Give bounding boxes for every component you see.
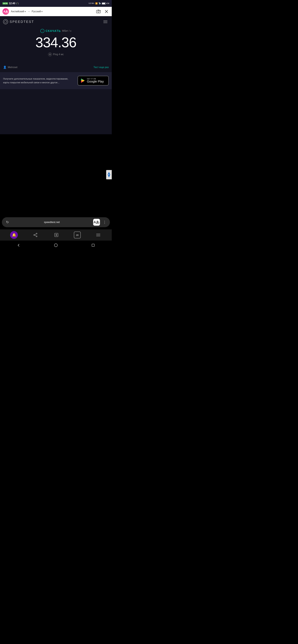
camera-translate-button[interactable]: A [96, 9, 101, 14]
new-tab-button[interactable] [53, 232, 60, 238]
browser-menu-button[interactable] [95, 232, 102, 238]
speedtest-logo: SPEEDTEST [3, 19, 34, 24]
recents-square-icon [92, 244, 95, 247]
google-play-text-wrapper: GET IT ON Google Play [87, 78, 104, 83]
speedtest-logo-text: SPEEDTEST [10, 20, 34, 24]
menu-line-3 [96, 236, 100, 236]
svg-rect-2 [98, 10, 99, 10]
speedtest-header: SPEEDTEST [0, 16, 112, 24]
server-retry-row: 👤 Metroset Тест еще раз [0, 64, 112, 72]
menu-button[interactable] [102, 19, 109, 24]
download-text: СКАЧАТЬ [46, 29, 61, 33]
svg-line-18 [35, 234, 36, 235]
svg-point-8 [50, 54, 50, 55]
menu-line-2 [96, 235, 100, 235]
ping-section: Ping 4 мс [48, 52, 64, 56]
browser-more-button[interactable]: ⋮ [102, 220, 107, 225]
speed-result-section: ↓ СКАЧАТЬ Мбит / с 334.36 Ping 4 мс [0, 24, 112, 64]
translate-avatar: Aあ [2, 8, 9, 15]
ad-area: ▶ [0, 134, 112, 215]
source-language-selector[interactable]: Английский ▾ [11, 10, 26, 13]
hamburger-line-1 [103, 20, 107, 21]
home-button[interactable]: 🔔 [10, 231, 18, 239]
lang-arrow: → [27, 10, 30, 13]
download-icon: ↓ [40, 29, 44, 33]
speedtest-logo-icon [3, 19, 8, 24]
tabs-count: 28 [76, 234, 79, 236]
ping-value: Ping 4 мс [53, 53, 64, 56]
svg-text:▶: ▶ [109, 174, 110, 175]
tabs-button[interactable]: 28 [74, 232, 81, 238]
share-button[interactable] [32, 232, 39, 238]
browser-content: SPEEDTEST ↓ СКАЧАТЬ Мбит / с 334.36 Ping… [0, 16, 112, 134]
svg-point-1 [98, 11, 99, 12]
browser-url-display[interactable]: speedtest.net [12, 221, 91, 224]
wifi-icon: 📶 [95, 2, 98, 4]
translation-bar: Aあ Английский ▾ → Русский ▾ A [0, 7, 112, 16]
ad-badge: ▶ [106, 170, 112, 179]
browser-bottom-bar: ↻ speedtest.net Aあ ⋮ [2, 217, 110, 227]
hamburger-line-2 [103, 22, 107, 22]
download-unit: Мбит / с [62, 30, 71, 32]
battery-indicator: 94 [102, 2, 109, 4]
source-lang-label: Английский [11, 10, 24, 13]
status-bar: VoLTE 12:40 📳 6,8 M/s 📶 📡 94 [0, 0, 112, 7]
svg-point-17 [36, 236, 37, 237]
browser-translate-button[interactable]: Aあ [93, 219, 100, 226]
vibrate-icon: 📳 [16, 2, 19, 5]
new-tab-icon [54, 233, 58, 237]
promo-text: Получите дополнительные показатели, виде… [3, 77, 74, 84]
speed-value: 334.36 [35, 36, 76, 50]
system-recents-button[interactable] [90, 242, 97, 249]
translate-icons: A [96, 9, 109, 14]
get-it-on-label: GET IT ON [87, 78, 104, 80]
ping-icon [48, 52, 52, 56]
menu-line-1 [96, 234, 100, 234]
server-info: 👤 Metroset [3, 66, 17, 69]
target-language-selector[interactable]: Русский ▾ [32, 10, 42, 13]
server-icon: 👤 [3, 66, 6, 69]
translation-langs: Английский ▾ → Русский ▾ [11, 10, 94, 13]
system-nav [0, 240, 112, 250]
system-back-button[interactable] [15, 242, 22, 249]
svg-point-15 [36, 233, 37, 234]
target-lang-chevron: ▾ [41, 10, 42, 13]
system-home-button[interactable] [52, 242, 59, 249]
svg-point-16 [34, 234, 35, 236]
svg-line-19 [35, 235, 36, 236]
google-play-button[interactable]: GET IT ON Google Play [78, 76, 109, 86]
server-name: Metroset [8, 66, 17, 69]
svg-text:A: A [100, 10, 100, 12]
download-label: ↓ СКАЧАТЬ Мбит / с [40, 29, 71, 33]
retry-test-button[interactable]: Тест еще раз [93, 66, 109, 69]
signal-icon: 📡 [99, 2, 101, 4]
share-icon [33, 233, 37, 237]
more-icon: ⋮ [103, 220, 107, 224]
home-circle-icon [54, 244, 58, 247]
refresh-icon: ↻ [6, 220, 9, 224]
source-lang-chevron: ▾ [25, 10, 26, 13]
google-play-label: Google Play [87, 80, 104, 83]
nav-row: 🔔 28 [0, 230, 112, 240]
translate-icon: Aあ [94, 220, 100, 224]
speed-indicator: 6,8 M/s [89, 2, 94, 4]
target-lang-label: Русский [32, 10, 41, 13]
status-time: 12:40 [9, 2, 15, 5]
browser-refresh-button[interactable]: ↻ [4, 219, 10, 225]
promo-section: Получите дополнительные показатели, виде… [0, 72, 112, 89]
close-translation-button[interactable] [104, 9, 109, 14]
home-icon: 🔔 [12, 233, 16, 237]
volte-badge: VoLTE [2, 2, 8, 4]
back-icon [17, 243, 20, 247]
hamburger-line-3 [103, 23, 107, 23]
